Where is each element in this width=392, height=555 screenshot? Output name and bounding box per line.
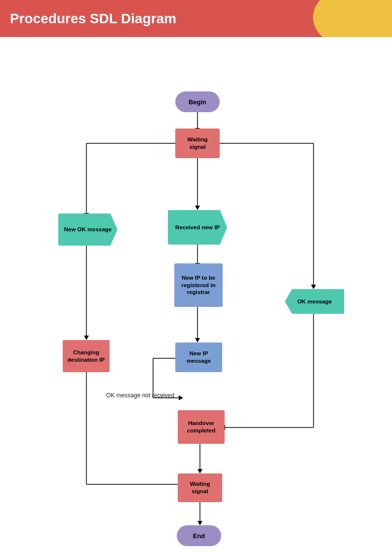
received-new-ip-node: Received new IP xyxy=(168,210,227,245)
changing-dest-node: Changing destination IP xyxy=(63,340,110,372)
svg-marker-13 xyxy=(195,338,200,342)
begin-node: Begin xyxy=(175,91,220,112)
waiting-signal-2-node: Waiting signal xyxy=(178,473,222,502)
header: Procedures SDL Diagram xyxy=(0,0,392,37)
svg-marker-6 xyxy=(195,206,200,210)
ok-message-right-node: OK message xyxy=(285,289,344,314)
new-ip-register-node: New IP to be registered in registrar xyxy=(174,263,223,307)
svg-marker-21 xyxy=(197,469,202,473)
svg-marker-29 xyxy=(197,521,202,525)
handover-node: Handover completed xyxy=(178,410,225,444)
ok-not-received-label: OK message not received xyxy=(106,392,174,399)
svg-marker-19 xyxy=(179,395,183,400)
svg-marker-9 xyxy=(311,285,316,289)
end-node: End xyxy=(177,525,221,546)
new-ip-message-node: New IP message xyxy=(175,342,222,372)
new-ok-message-node: New OK message xyxy=(58,213,118,246)
page-title: Procedures SDL Diagram xyxy=(10,11,176,27)
svg-marker-15 xyxy=(84,336,89,340)
diagram: Begin Waiting signal New OK message Rece… xyxy=(0,37,392,555)
header-decoration xyxy=(313,0,392,37)
waiting-signal-1-node: Waiting signal xyxy=(175,128,220,158)
